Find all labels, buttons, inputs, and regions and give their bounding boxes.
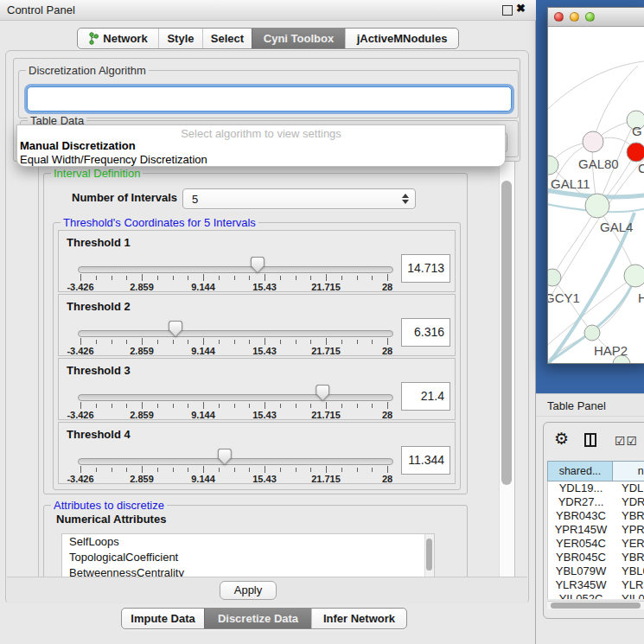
dropdown-option-equal-width[interactable]: Equal Width/Frequency Discretization bbox=[20, 153, 207, 166]
tab-infer-network[interactable]: Infer Network bbox=[311, 609, 406, 628]
slider-tick bbox=[296, 404, 296, 408]
tab-select[interactable]: Select bbox=[202, 29, 252, 48]
cell-name[interactable]: YBR0 bbox=[614, 551, 644, 564]
slider-track[interactable] bbox=[78, 458, 393, 465]
network-edge[interactable] bbox=[552, 206, 597, 277]
attribute-item[interactable]: BetweennessCentrality bbox=[62, 565, 434, 577]
apply-strip: Apply bbox=[7, 577, 527, 604]
threshold-value-field[interactable]: 11.344 bbox=[401, 446, 450, 475]
dropdown-option-manual[interactable]: Manual Discretization bbox=[20, 139, 136, 152]
cell-shared-name[interactable]: YBL079W bbox=[548, 564, 614, 578]
network-canvas[interactable]: GAL80GGAL11CGAL4GCY1HHAP2 bbox=[548, 26, 644, 363]
table-row[interactable]: YER054CYER0 bbox=[548, 537, 644, 551]
threshold-value-field[interactable]: 21.4 bbox=[401, 382, 450, 411]
slider-tick bbox=[112, 340, 112, 344]
cell-name[interactable]: YDL1 bbox=[614, 481, 644, 495]
table-row[interactable]: YIL052CYIL0 bbox=[548, 592, 644, 599]
tab-cyni-toolbox[interactable]: Cyni Toolbox bbox=[252, 29, 345, 48]
slider-tick-label: -3.426 bbox=[67, 282, 93, 292]
cell-shared-name[interactable]: YPR145W bbox=[548, 523, 614, 537]
tab-label: Discretize Data bbox=[218, 612, 298, 625]
table-hscrollbar[interactable] bbox=[547, 601, 644, 609]
close-traffic-light-icon[interactable] bbox=[554, 12, 564, 22]
table-row[interactable]: YPR145WYPR1 bbox=[548, 523, 644, 537]
network-window-titlebar[interactable] bbox=[548, 8, 644, 27]
apply-button[interactable]: Apply bbox=[220, 581, 277, 600]
tab-network[interactable]: Network bbox=[78, 29, 158, 48]
cell-shared-name[interactable]: YDR27... bbox=[548, 495, 614, 509]
algorithm-combobox[interactable] bbox=[27, 86, 512, 112]
table-row[interactable]: YLR345WYLR3 bbox=[548, 578, 644, 592]
cell-shared-name[interactable]: YDL19... bbox=[548, 481, 614, 495]
main-scrollbar-track[interactable] bbox=[499, 162, 514, 577]
cell-shared-name[interactable]: YBR043C bbox=[548, 509, 614, 523]
slider-tick bbox=[341, 340, 342, 344]
column-split-icon[interactable] bbox=[584, 433, 596, 447]
interval-definition-legend: Interval Definition bbox=[51, 167, 143, 180]
float-window-icon[interactable] bbox=[502, 5, 513, 16]
attributes-scrollbar-thumb[interactable] bbox=[426, 539, 432, 571]
table-row[interactable]: YBR043CYBR0 bbox=[548, 509, 644, 523]
network-node[interactable] bbox=[627, 143, 644, 162]
cell-shared-name[interactable]: YER054C bbox=[548, 537, 614, 551]
cell-name[interactable]: YIL0 bbox=[614, 592, 644, 599]
table-row[interactable]: YDL19...YDL1 bbox=[548, 481, 644, 495]
dropdown-placeholder[interactable]: Select algorithm to view settings bbox=[17, 127, 505, 140]
tab-impute-data[interactable]: Impute Data bbox=[122, 609, 204, 628]
attribute-item[interactable]: TopologicalCoefficient bbox=[62, 550, 434, 565]
slider-tick-label: 2.859 bbox=[130, 346, 154, 356]
table-hscrollbar-thumb[interactable] bbox=[551, 603, 641, 609]
table-row[interactable]: YBR045CYBR0 bbox=[548, 551, 644, 564]
slider-tick-label: 21.715 bbox=[311, 282, 341, 292]
cell-name[interactable]: YBL0 bbox=[614, 564, 644, 578]
attribute-item[interactable]: SelfLoops bbox=[62, 534, 434, 550]
tab-jactivemnodules[interactable]: jActiveMNodules bbox=[345, 29, 458, 48]
slider-track[interactable] bbox=[78, 394, 393, 401]
network-edge[interactable] bbox=[548, 61, 644, 109]
tab-discretize-data[interactable]: Discretize Data bbox=[204, 609, 311, 628]
minimize-traffic-light-icon[interactable] bbox=[570, 12, 579, 22]
slider-thumb[interactable] bbox=[316, 385, 329, 401]
table-row[interactable]: YDR27...YDR2 bbox=[548, 495, 644, 509]
panel-title: Control Panel bbox=[7, 3, 75, 16]
attributes-scrollbar[interactable] bbox=[424, 534, 434, 577]
slider-tick-label: 21.715 bbox=[311, 474, 341, 484]
column-header-shared-name[interactable]: shared... bbox=[547, 461, 613, 481]
cell-shared-name[interactable]: YLR345W bbox=[548, 578, 614, 592]
cell-shared-name[interactable]: YBR045C bbox=[548, 551, 614, 564]
network-node[interactable] bbox=[583, 131, 603, 152]
cell-name[interactable]: YPR1 bbox=[614, 523, 644, 537]
threshold-value-field[interactable]: 6.316 bbox=[401, 318, 450, 347]
table-row[interactable]: YBL079WYBL0 bbox=[548, 564, 644, 578]
slider-track[interactable] bbox=[78, 330, 393, 337]
main-scrollbar-thumb[interactable] bbox=[501, 181, 512, 485]
network-node[interactable] bbox=[548, 269, 561, 286]
threshold-row-4: Threshold 4-3.4262.8599.14415.4321.71528… bbox=[58, 422, 456, 484]
cell-name[interactable]: YBR0 bbox=[614, 509, 644, 523]
slider-thumb[interactable] bbox=[169, 321, 182, 337]
slider-tick bbox=[265, 466, 265, 473]
zoom-traffic-light-icon[interactable] bbox=[585, 12, 595, 22]
network-node[interactable] bbox=[585, 194, 609, 218]
slider-thumb[interactable] bbox=[251, 257, 265, 273]
slider-tick bbox=[249, 276, 250, 280]
threshold-value-field[interactable]: 14.713 bbox=[401, 254, 450, 283]
slider-tick-label: 15.43 bbox=[252, 282, 277, 292]
slider-track[interactable] bbox=[78, 266, 393, 273]
tab-style[interactable]: Style bbox=[158, 29, 202, 48]
cell-name[interactable]: YLR3 bbox=[614, 578, 644, 592]
close-icon[interactable]: ✖ bbox=[516, 2, 526, 15]
network-node[interactable] bbox=[584, 325, 600, 341]
checkbox-icons[interactable]: ☑☑ bbox=[615, 434, 638, 448]
slider-thumb[interactable] bbox=[218, 449, 232, 465]
tab-label: Network bbox=[103, 32, 147, 45]
cell-name[interactable]: YER0 bbox=[614, 537, 644, 551]
cell-name[interactable]: YDR2 bbox=[614, 495, 644, 509]
slider-tick-label: 28 bbox=[382, 410, 392, 420]
network-node[interactable] bbox=[624, 265, 644, 287]
column-header-name[interactable]: name bbox=[613, 461, 644, 481]
slider-tick bbox=[234, 468, 235, 472]
gear-icon[interactable]: ⚙ bbox=[554, 430, 569, 447]
cell-shared-name[interactable]: YIL052C bbox=[548, 592, 614, 599]
number-of-intervals-combobox[interactable]: 5 bbox=[182, 188, 416, 209]
